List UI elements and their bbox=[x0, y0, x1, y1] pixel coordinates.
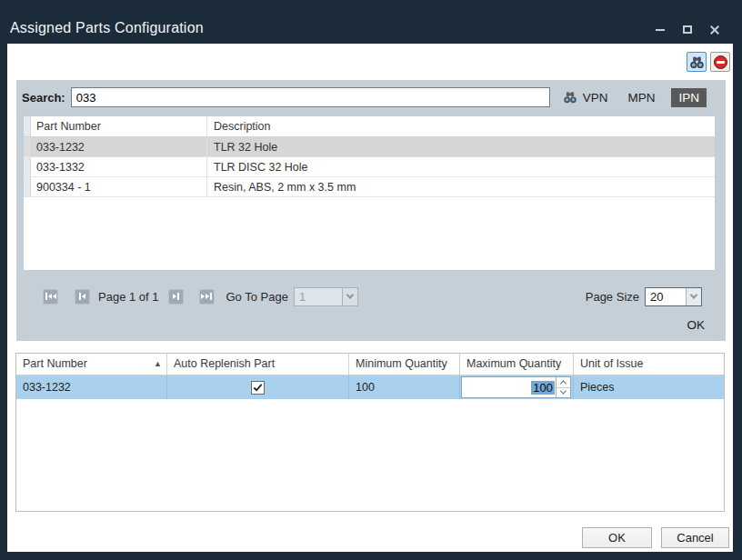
cell-part-number: 033-1232 bbox=[16, 375, 167, 399]
table-row[interactable]: 900334 - 1 Resin, ABS, 2 mm x 3.5 mm bbox=[24, 177, 715, 197]
row-gutter[interactable] bbox=[24, 177, 31, 196]
maximum-quantity-editor[interactable]: 100 bbox=[461, 376, 571, 398]
previous-page-button[interactable] bbox=[75, 289, 90, 305]
results-header-part-number[interactable]: Part Number bbox=[31, 116, 207, 136]
cell-description: Resin, ABS, 2 mm x 3.5 mm bbox=[207, 177, 715, 196]
assigned-header-part-number[interactable]: Part Number ▲ bbox=[16, 354, 167, 375]
no-entry-icon bbox=[714, 55, 727, 69]
close-icon bbox=[709, 25, 720, 35]
panel-ok-button[interactable]: OK bbox=[687, 318, 705, 332]
first-page-button[interactable] bbox=[43, 289, 58, 305]
chevron-down-icon bbox=[690, 291, 697, 298]
auto-replenish-checkbox[interactable] bbox=[251, 381, 265, 395]
go-to-page-value: 1 bbox=[295, 288, 342, 305]
cell-minimum-quantity: 100 bbox=[349, 375, 460, 399]
chevron-down-icon bbox=[346, 291, 354, 298]
dialog-body: Search: VPN MPN IPN bbox=[7, 44, 733, 552]
search-mode-mpn[interactable]: MPN bbox=[622, 89, 660, 106]
titlebar: Assigned Parts Configuration bbox=[0, 0, 742, 44]
search-input[interactable] bbox=[71, 87, 550, 107]
last-page-icon bbox=[201, 294, 205, 299]
binoculars-icon bbox=[689, 55, 705, 70]
search-mode-ipn[interactable]: IPN bbox=[671, 88, 707, 107]
table-row[interactable]: 033-1332 TLR DISC 32 Hole bbox=[24, 157, 715, 177]
find-parts-button[interactable] bbox=[687, 52, 707, 72]
row-gutter[interactable] bbox=[24, 137, 31, 156]
go-to-page-dropdown-button[interactable] bbox=[342, 288, 357, 305]
page-size-value: 20 bbox=[646, 288, 686, 305]
stepper-up-button[interactable] bbox=[556, 377, 570, 388]
go-to-page-label: Go To Page bbox=[226, 290, 288, 304]
search-panel: Search: VPN MPN IPN bbox=[16, 80, 726, 341]
assigned-header-minimum-quantity[interactable]: Minimum Quantity bbox=[349, 354, 460, 375]
maximize-button[interactable] bbox=[681, 24, 693, 35]
table-row[interactable]: 033-1232 100 100 Pieces bbox=[16, 375, 724, 399]
cell-auto-replenish bbox=[167, 375, 349, 399]
search-mode-vpn[interactable]: VPN bbox=[577, 89, 614, 106]
cell-part-number: 900334 - 1 bbox=[31, 177, 207, 196]
assigned-parts-table: Part Number ▲ Auto Replenish Part Minimu… bbox=[15, 353, 725, 512]
sort-ascending-icon: ▲ bbox=[154, 354, 162, 375]
quantity-stepper bbox=[556, 377, 570, 397]
close-button[interactable] bbox=[708, 24, 720, 35]
table-row[interactable]: 033-1232 TLR 32 Hole bbox=[24, 137, 715, 157]
pagination-bar: Page 1 of 1 Go To Page 1 Page Size 20 bbox=[16, 285, 726, 307]
last-page-button[interactable] bbox=[199, 289, 215, 305]
cell-description: TLR 32 Hole bbox=[207, 137, 715, 156]
cell-part-number: 033-1232 bbox=[31, 137, 207, 156]
minimize-button[interactable] bbox=[654, 24, 666, 35]
window-title: Assigned Parts Configuration bbox=[10, 20, 204, 36]
cell-description: TLR DISC 32 Hole bbox=[207, 157, 715, 176]
header-label: Part Number bbox=[23, 354, 87, 375]
remove-part-button[interactable] bbox=[710, 52, 730, 72]
go-to-page-select[interactable]: 1 bbox=[294, 287, 358, 306]
maximum-quantity-value[interactable]: 100 bbox=[531, 381, 555, 395]
chevron-up-icon bbox=[560, 380, 567, 386]
page-size-dropdown-button[interactable] bbox=[686, 288, 701, 305]
results-header-description[interactable]: Description bbox=[207, 116, 715, 136]
assigned-header-row: Part Number ▲ Auto Replenish Part Minimu… bbox=[16, 354, 724, 375]
maximize-icon bbox=[683, 25, 692, 34]
stepper-down-button[interactable] bbox=[556, 388, 570, 398]
cell-maximum-quantity: 100 bbox=[460, 375, 574, 399]
page-size-select[interactable]: 20 bbox=[645, 287, 702, 306]
cell-part-number: 033-1332 bbox=[31, 157, 207, 176]
next-page-button[interactable] bbox=[168, 289, 184, 305]
minimize-icon bbox=[656, 29, 665, 31]
chevron-down-icon bbox=[560, 388, 567, 395]
cell-unit-of-issue: Pieces bbox=[574, 375, 724, 399]
assigned-header-auto-replenish[interactable]: Auto Replenish Part bbox=[167, 354, 349, 375]
first-page-icon bbox=[45, 293, 47, 300]
next-page-icon bbox=[173, 294, 176, 299]
search-binoculars-icon[interactable] bbox=[563, 90, 577, 105]
page-size-label: Page Size bbox=[586, 290, 639, 304]
assigned-header-unit-of-issue[interactable]: Unit of Issue bbox=[574, 354, 724, 375]
row-gutter bbox=[24, 116, 31, 136]
ok-button[interactable]: OK bbox=[582, 527, 652, 548]
page-status: Page 1 of 1 bbox=[98, 290, 159, 304]
row-gutter[interactable] bbox=[24, 157, 31, 176]
cancel-button[interactable]: Cancel bbox=[661, 527, 729, 548]
search-label: Search: bbox=[22, 91, 65, 105]
previous-page-icon bbox=[79, 293, 81, 300]
assigned-header-maximum-quantity[interactable]: Maximum Quantity bbox=[460, 354, 574, 375]
search-results-table: Part Number Description 033-1232 TLR 32 … bbox=[23, 115, 716, 271]
results-header-row: Part Number Description bbox=[24, 116, 715, 137]
